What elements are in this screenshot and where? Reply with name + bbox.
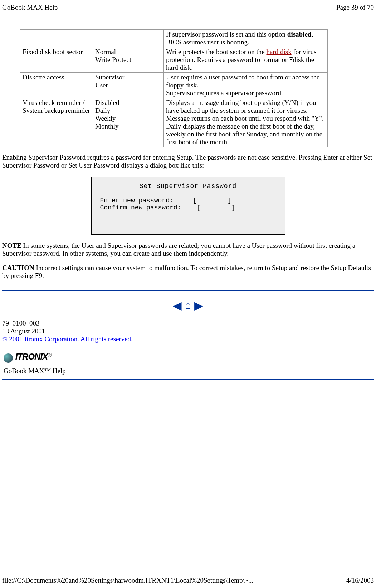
- table-cell-desc: Write protects the boot sector on the ha…: [164, 47, 328, 73]
- table-cell-options: Supervisor User: [93, 73, 164, 98]
- note-text: In some systems, the User and Supervisor…: [2, 242, 355, 257]
- globe-icon: [4, 353, 13, 363]
- desc-text: Daily displays the message on the first …: [166, 122, 322, 146]
- divider: [2, 379, 374, 380]
- table-cell-options: Disabled Daily Weekly Monthly: [93, 98, 164, 147]
- table-cell-empty: [93, 30, 164, 47]
- doc-date: 13 August 2001: [2, 327, 45, 335]
- dialog-body: Enter new password: [ ] Confirm new pass…: [92, 190, 285, 218]
- footer-date: 4/16/2003: [346, 577, 374, 584]
- logo-block: ITRONIX® GoBook MAX™ Help: [2, 350, 370, 377]
- desc-text: Write protects the boot sector on the: [166, 48, 266, 56]
- divider: [2, 290, 374, 291]
- desc-text: Supervisor requires a supervisor passwor…: [166, 89, 283, 97]
- desc-text: Displays a message during boot up asking…: [166, 99, 316, 114]
- password-dialog: Set Supervisor Password Enter new passwo…: [91, 177, 285, 235]
- home-icon[interactable]: ⌂: [185, 300, 191, 311]
- option-text: Daily: [95, 107, 110, 114]
- copyright-link[interactable]: © 2001 Itronix Corporation. All rights r…: [2, 335, 133, 343]
- note-paragraph: NOTE In some systems, the User and Super…: [2, 242, 374, 257]
- option-text: Supervisor: [95, 73, 124, 81]
- doc-info: 79_0100_003 13 August 2001 © 2001 Itroni…: [2, 319, 374, 343]
- nav-icons: ◀ ⌂ ▶: [2, 299, 374, 312]
- product-help-title: GoBook MAX™ Help: [2, 365, 370, 377]
- caution-paragraph: CAUTION Incorrect settings can cause you…: [2, 264, 374, 280]
- option-text: User: [95, 81, 108, 89]
- intro-paragraph: Enabling Supervisor Password requires a …: [2, 154, 374, 169]
- table-cell-field: Virus check reminder / System backup rem…: [20, 98, 93, 147]
- table-cell-desc: User requires a user password to boot fr…: [164, 73, 328, 98]
- caution-text: Incorrect settings can cause your system…: [2, 264, 371, 279]
- header-left: GoBook MAX Help: [2, 4, 58, 11]
- next-icon[interactable]: ▶: [194, 299, 203, 312]
- header-right: Page 39 of 70: [336, 4, 374, 11]
- dialog-line: Confirm new password: [ ]: [100, 204, 235, 211]
- hard-disk-link[interactable]: hard disk: [266, 48, 291, 56]
- logo-text: ITRONIX: [15, 352, 48, 361]
- table-cell-desc: Displays a message during boot up asking…: [164, 98, 328, 147]
- option-text: Monthly: [95, 122, 118, 130]
- option-text: Weekly: [95, 115, 116, 122]
- registered-mark: ®: [48, 352, 52, 358]
- desc-text: If supervisor password is set and this o…: [166, 30, 287, 38]
- table-cell-empty: [20, 30, 93, 47]
- option-text: Normal: [95, 48, 116, 56]
- table-cell-field: Fixed disk boot sector: [20, 47, 93, 73]
- logo-cell: ITRONIX®: [2, 350, 370, 365]
- dialog-title: Set Supervisor Password: [92, 177, 285, 190]
- note-label: NOTE: [2, 242, 21, 249]
- table-cell-desc: If supervisor password is set and this o…: [164, 30, 328, 47]
- table-cell-options: Normal Write Protect: [93, 47, 164, 73]
- footer-path: file://C:\Documents%20and%20Settings\har…: [2, 577, 253, 584]
- desc-text: User requires a user password to boot fr…: [166, 73, 319, 89]
- option-text: Disabled: [95, 99, 119, 106]
- option-text: Write Protect: [95, 56, 131, 63]
- desc-text: Message returns on each boot until you r…: [166, 115, 324, 122]
- doc-number: 79_0100_003: [2, 319, 40, 327]
- bios-settings-table: If supervisor password is set and this o…: [20, 29, 328, 147]
- desc-bold: disabled: [287, 30, 312, 38]
- dialog-line: Enter new password: [ ]: [100, 197, 231, 204]
- table-cell-field: Diskette access: [20, 73, 93, 98]
- caution-label: CAUTION: [2, 264, 34, 271]
- prev-icon[interactable]: ◀: [173, 299, 182, 312]
